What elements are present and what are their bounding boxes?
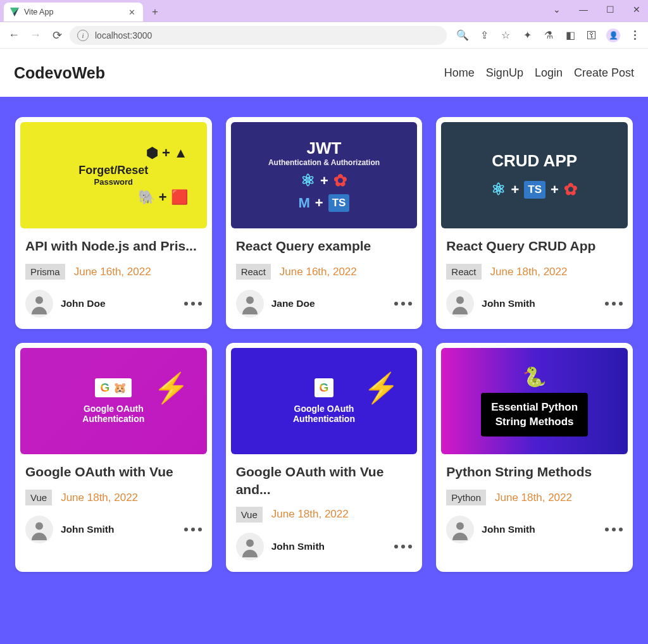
postgres-redis-icon: 🐘 + 🟥 xyxy=(138,189,188,206)
window-controls: ⌄ — ☐ ✕ xyxy=(549,3,644,16)
google-icon: G xyxy=(100,381,109,395)
post-options-icon[interactable] xyxy=(394,545,412,548)
new-tab-button[interactable]: + xyxy=(147,4,163,20)
lab-flask-icon[interactable]: ⚗ xyxy=(540,27,557,44)
author-name: John Smith xyxy=(482,298,535,309)
post-card[interactable]: G ⚡ Google OAuth Authentication Google O… xyxy=(226,343,423,572)
close-window-button[interactable]: ✕ xyxy=(629,3,644,16)
thumb-heading: JWT xyxy=(307,139,342,158)
author-avatar xyxy=(236,290,264,318)
bookmark-star-icon[interactable]: ☆ xyxy=(497,27,514,44)
thumb-heading: CRUD APP xyxy=(492,151,577,171)
typescript-icon: TS xyxy=(524,181,545,199)
svg-point-4 xyxy=(246,539,254,547)
url-text: localhost:3000 xyxy=(95,30,152,40)
thumb-heading: Forget/Reset xyxy=(78,164,148,177)
kebab-menu-icon[interactable] xyxy=(626,27,643,44)
post-options-icon[interactable] xyxy=(605,528,623,531)
zoom-icon[interactable]: 🔍 xyxy=(454,27,471,44)
post-tag[interactable]: Vue xyxy=(236,507,263,523)
post-options-icon[interactable] xyxy=(184,528,202,531)
key-icon[interactable]: ⚿ xyxy=(583,27,600,44)
post-title: Google OAuth with Vue xyxy=(25,463,202,482)
browser-tab[interactable]: Vite App ✕ xyxy=(4,3,143,22)
site-info-icon[interactable]: i xyxy=(77,30,89,41)
google-icon: G xyxy=(320,381,329,395)
posts-grid: Forget/Reset Password ⬢ + ▲ 🐘 + 🟥 API wi… xyxy=(15,117,633,572)
post-card[interactable]: G🐹 ⚡ Google OAuth Authentication Google … xyxy=(15,343,212,572)
sidepanel-icon[interactable]: ◧ xyxy=(562,27,578,44)
react-icon: ⚛ xyxy=(491,180,506,199)
thumb-heading: Essential Python xyxy=(491,400,578,415)
thumb-subtext: Authentication xyxy=(293,414,355,424)
back-button[interactable]: ← xyxy=(5,27,23,44)
google-badge: G xyxy=(315,378,334,397)
post-card[interactable]: JWT Authentication & Authorization ⚛+ ✿ … xyxy=(226,117,423,329)
tab-title: Vite App xyxy=(24,8,53,16)
maximize-button[interactable]: ☐ xyxy=(602,3,618,16)
svg-point-1 xyxy=(246,297,254,304)
post-title: API with Node.js and Pris... xyxy=(25,237,202,256)
mui-icon: M xyxy=(299,195,310,211)
minimize-dropdown-icon[interactable]: ⌄ xyxy=(549,3,564,16)
google-badge: G🐹 xyxy=(95,378,132,397)
svg-point-5 xyxy=(456,523,464,530)
post-options-icon[interactable] xyxy=(184,302,202,306)
reload-button[interactable]: ⟳ xyxy=(48,27,66,44)
svg-point-2 xyxy=(456,297,464,304)
thumb-subtext: Password xyxy=(94,177,133,187)
react-icon: ⚛ xyxy=(301,171,315,190)
address-bar[interactable]: i localhost:3000 xyxy=(70,26,447,45)
author-name: John Smith xyxy=(482,524,535,535)
thumb-heading: Google OAuth xyxy=(294,404,354,414)
svg-point-3 xyxy=(35,523,43,530)
post-title: Google OAuth with Vue and... xyxy=(236,463,413,499)
post-options-icon[interactable] xyxy=(394,302,412,306)
author-avatar xyxy=(25,516,53,543)
nav-login[interactable]: Login xyxy=(535,66,563,80)
post-thumbnail: CRUD APP ⚛+ TS+ ✿ xyxy=(441,122,628,228)
close-tab-icon[interactable]: ✕ xyxy=(127,7,137,17)
author-avatar xyxy=(446,290,474,318)
author-name: John Doe xyxy=(61,298,106,309)
post-thumbnail: JWT Authentication & Authorization ⚛+ ✿ … xyxy=(231,122,418,228)
share-icon[interactable]: ⇪ xyxy=(476,27,492,44)
post-tag[interactable]: Python xyxy=(446,490,486,505)
post-thumbnail: 🐍 Essential Python String Methods xyxy=(441,348,628,454)
profile-avatar[interactable]: 👤 xyxy=(605,27,621,44)
post-title: React Query example xyxy=(236,237,413,256)
thumb-subtext: Authentication xyxy=(82,414,144,424)
forward-button[interactable]: → xyxy=(27,27,44,44)
post-tag[interactable]: React xyxy=(446,264,481,280)
post-options-icon[interactable] xyxy=(605,302,623,306)
author-name: John Smith xyxy=(61,524,114,535)
post-card[interactable]: 🐍 Essential Python String Methods Python… xyxy=(436,343,633,572)
browser-titlebar: Vite App ✕ + ⌄ — ☐ ✕ xyxy=(0,0,648,22)
post-date: June 18th, 2022 xyxy=(271,508,349,521)
post-card[interactable]: Forget/Reset Password ⬢ + ▲ 🐘 + 🟥 API wi… xyxy=(15,117,212,329)
thumb-subtext: String Methods xyxy=(491,415,578,430)
header-nav: Home SignUp Login Create Post xyxy=(444,66,634,80)
vite-icon xyxy=(10,8,19,16)
post-tag[interactable]: React xyxy=(236,264,271,280)
nav-signup[interactable]: SignUp xyxy=(486,66,523,80)
author-avatar xyxy=(236,533,264,560)
post-date: June 16th, 2022 xyxy=(280,266,357,278)
post-title: Python String Methods xyxy=(446,463,623,482)
thumb-subtext: Authentication & Authorization xyxy=(268,158,380,167)
nav-home[interactable]: Home xyxy=(444,66,475,80)
author-name: Jane Doe xyxy=(271,298,315,309)
browser-toolbar: ← → ⟳ i localhost:3000 🔍 ⇪ ☆ ✦ ⚗ ◧ ⚿ 👤 xyxy=(0,22,648,49)
extensions-puzzle-icon[interactable]: ✦ xyxy=(519,27,535,44)
post-date: June 18th, 2022 xyxy=(490,266,568,278)
post-card[interactable]: CRUD APP ⚛+ TS+ ✿ React Query CRUD App R… xyxy=(436,117,633,329)
post-tag[interactable]: Prisma xyxy=(25,264,65,280)
minimize-button[interactable]: — xyxy=(576,3,591,16)
author-avatar xyxy=(25,290,53,318)
author-avatar xyxy=(446,516,474,543)
post-tag[interactable]: Vue xyxy=(25,490,52,505)
brand-logo[interactable]: CodevoWeb xyxy=(14,64,105,82)
nav-create-post[interactable]: Create Post xyxy=(574,66,634,80)
python-icon: 🐍 xyxy=(523,366,546,388)
react-query-icon: ✿ xyxy=(564,180,578,199)
